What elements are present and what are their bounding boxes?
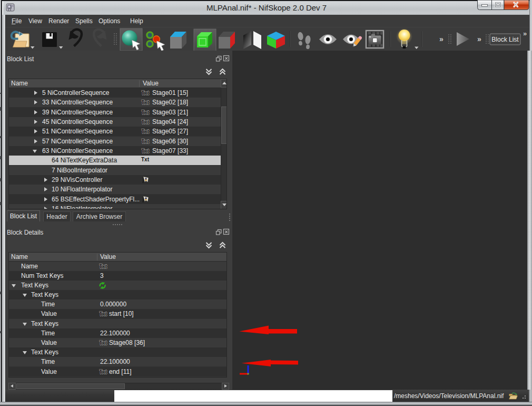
svg-text:Txt: Txt <box>141 90 150 96</box>
svg-text:Txt: Txt <box>99 311 107 317</box>
svg-text:Block List: Block List <box>491 36 519 43</box>
svg-text:Txt: Txt <box>141 110 150 115</box>
svg-text:Txt: Txt <box>141 129 150 134</box>
svg-text:»: » <box>477 35 481 43</box>
svg-text:»: » <box>523 30 527 37</box>
svg-text:Txt: Txt <box>141 100 150 105</box>
svg-text:Txt: Txt <box>141 139 150 144</box>
svg-text:Txt: Txt <box>99 369 107 375</box>
svg-text:»: » <box>439 35 444 43</box>
svg-text:Txt: Txt <box>99 264 107 269</box>
svg-text:Txt: Txt <box>141 119 150 125</box>
svg-text:Txt: Txt <box>99 340 107 346</box>
svg-text:Txt: Txt <box>141 148 150 154</box>
